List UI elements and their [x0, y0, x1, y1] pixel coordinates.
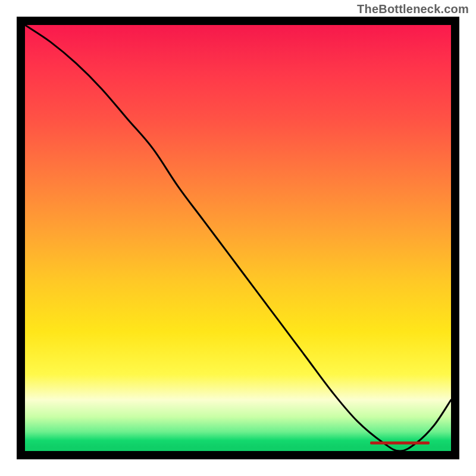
- attribution-text: TheBottleneck.com: [357, 2, 469, 16]
- chart-background-gradient: [25, 25, 451, 451]
- chart-plot-area: [17, 17, 459, 459]
